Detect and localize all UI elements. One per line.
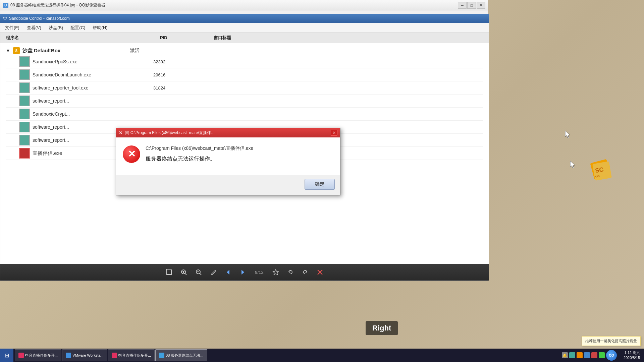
header-pid: PID (160, 35, 214, 40)
taskbar-icon-2 (112, 353, 117, 358)
tray-icon-4 (591, 352, 597, 358)
zoom-in-button[interactable] (178, 266, 190, 278)
dialog-content-row: ✕ C:\Program Files (x86)\webcast_mate\直播… (123, 145, 333, 163)
menu-config[interactable]: 配置(C) (67, 23, 89, 32)
delete-button[interactable] (314, 266, 326, 278)
taskbar-clock: 1:12 周六 2020/8/15 (620, 350, 644, 361)
dialog-close-button[interactable]: ✕ (331, 130, 337, 136)
error-icon-large: ✕ (123, 145, 140, 163)
maximize-button[interactable]: □ (467, 2, 476, 9)
svg-marker-12 (273, 269, 278, 275)
sandbox-box-icon: S (13, 47, 20, 54)
dialog-title-left: ✕ [#] C:\Program Files (x86)\webcast_mat… (119, 130, 214, 136)
taskbar-item-label-0: 抖音直播伴侣多开... (25, 353, 58, 358)
taskbar-icon-3 (159, 353, 164, 358)
prev-button[interactable] (222, 266, 234, 278)
svg-line-8 (200, 273, 201, 275)
menu-sandbox[interactable]: 沙盘(B) (45, 23, 66, 32)
ok-button[interactable]: 确定 (305, 179, 335, 190)
zoom-out-button[interactable] (193, 266, 205, 278)
menu-file[interactable]: 文件(F) (2, 23, 23, 32)
taskbar-item-1[interactable]: VMware Worksta... (62, 349, 107, 361)
page-indicator: 9/12 (252, 270, 267, 275)
collapse-icon[interactable]: ▼ (6, 48, 10, 53)
taskbar-item-label-3: 08 服务器终结点无法... (166, 353, 203, 358)
tray-icon-3 (584, 352, 590, 358)
cursor-1 (565, 131, 572, 139)
dialog-body: ✕ C:\Program Files (x86)\webcast_mate\直播… (116, 137, 340, 175)
svg-marker-11 (241, 270, 244, 275)
taskbar-item-0[interactable]: 抖音直播伴侣多开... (15, 349, 61, 361)
sandboxie-window-title: Sandboxie Control - xanasoft.com (9, 16, 70, 21)
draw-button[interactable] (207, 266, 219, 278)
taskbar-icon-1 (66, 353, 71, 358)
minimize-button[interactable]: ─ (458, 2, 467, 9)
svg-line-4 (185, 273, 186, 275)
svg-marker-13 (289, 271, 290, 273)
process-icon (19, 82, 30, 93)
process-pid: 32392 (153, 59, 207, 64)
menu-help[interactable]: 帮助(H) (89, 23, 111, 32)
favorite-button[interactable] (270, 266, 282, 278)
sandbox-group-header: ▼ S 沙盘 DefaultBox 激活 (6, 46, 483, 55)
qq-viewer-window: Q 08 服务器终结点无法运行操作04.jpg - QQ影像查看器 ─ □ ✕ … (0, 0, 488, 281)
error-x-mark: ✕ (128, 149, 136, 159)
rotate-ccw-button[interactable] (284, 266, 297, 278)
clock-time: 1:12 周六 (624, 350, 640, 355)
taskbar-item-label-1: VMware Worksta... (72, 353, 104, 357)
table-row: SandboxieRpcSs.exe 32392 (6, 55, 483, 68)
dialog-error-icon: ✕ (119, 130, 123, 135)
notification-tooltip: 推荐使用一键美化提高照片质量 (582, 336, 641, 346)
process-icon (19, 135, 30, 145)
taskbar: ⊞ 抖音直播伴侣多开... VMware Worksta... 抖音直播伴侣多开… (0, 349, 644, 362)
taskbar-item-label-2: 抖音直播伴侣多开... (118, 353, 151, 358)
process-name: SandboxieCrypt... (33, 111, 153, 117)
right-label: Right (366, 321, 398, 335)
process-icon (19, 69, 30, 80)
process-name: software_report... (33, 98, 153, 104)
process-name: SandboxieRpcSs.exe (33, 59, 153, 64)
maximize-icon: □ (471, 3, 473, 7)
sandboxie-title-bar: 🛡 Sandboxie Control - xanasoft.com (0, 14, 489, 23)
start-button[interactable]: ⊞ (0, 349, 13, 362)
tray-icon-5 (599, 352, 605, 358)
window-title: 08 服务器终结点无法运行操作04.jpg - QQ影像查看器 (10, 2, 105, 8)
taskbar-item-3[interactable]: 08 服务器终结点无法... (155, 349, 207, 361)
rotate-cw-button[interactable] (299, 266, 311, 278)
svg-rect-0 (167, 270, 171, 275)
menu-view[interactable]: 查看(V) (23, 23, 45, 32)
sandboxie-shield-icon: 🛡 (3, 16, 7, 21)
process-icon (19, 148, 30, 159)
app-icon: Q (3, 3, 8, 8)
sandboxie-menubar: 文件(F) 查看(V) 沙盘(B) 配置(C) 帮助(H) (0, 23, 489, 33)
taskbar-icon-0 (18, 353, 24, 358)
title-bar-left: Q 08 服务器终结点无法运行操作04.jpg - QQ影像查看器 (3, 2, 105, 8)
title-bar: Q 08 服务器终结点无法运行操作04.jpg - QQ影像查看器 ─ □ ✕ (0, 0, 488, 10)
taskbar-item-2[interactable]: 抖音直播伴侣多开... (108, 349, 155, 361)
process-pid: 29616 (153, 72, 207, 77)
close-icon: ✕ (480, 3, 483, 7)
table-row: software_reporter_tool.exe 31824 (6, 81, 483, 95)
sandbox-pid-status: 激活 (130, 48, 140, 54)
sandboxie-table-header: 程序名 PID 窗口标题 (0, 33, 489, 43)
process-icon (19, 109, 30, 119)
process-icon (19, 122, 30, 132)
dialog-file-path: C:\Program Files (x86)\webcast_mate\直播伴侣… (146, 145, 333, 152)
close-button[interactable]: ✕ (477, 2, 485, 9)
next-button[interactable] (237, 266, 249, 278)
decorative-icon: SC oin (590, 154, 617, 181)
dialog-title-bar: ✕ [#] C:\Program Files (x86)\webcast_mat… (116, 128, 340, 137)
process-icon (19, 56, 30, 67)
table-row: software_report... (6, 95, 483, 108)
system-tray: 🔔 QQ (559, 350, 620, 361)
svg-marker-10 (227, 270, 229, 275)
header-title: 窗口标题 (214, 35, 483, 41)
taskbar-items: 抖音直播伴侣多开... VMware Worksta... 抖音直播伴侣多开..… (13, 349, 559, 361)
dialog-footer: 确定 (116, 175, 340, 195)
minimize-icon: ─ (461, 3, 464, 7)
viewer-toolbar: 9/12 (0, 264, 489, 281)
crop-button[interactable] (163, 266, 175, 278)
clock-date: 2020/8/15 (624, 355, 640, 360)
svg-marker-22 (570, 161, 575, 168)
process-icon (19, 96, 30, 106)
